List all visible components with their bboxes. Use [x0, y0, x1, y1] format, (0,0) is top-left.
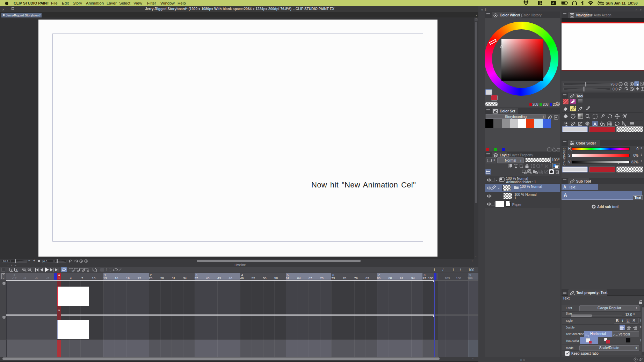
svg-text:A: A: [552, 1, 555, 5]
svg-text:A: A: [613, 333, 615, 337]
